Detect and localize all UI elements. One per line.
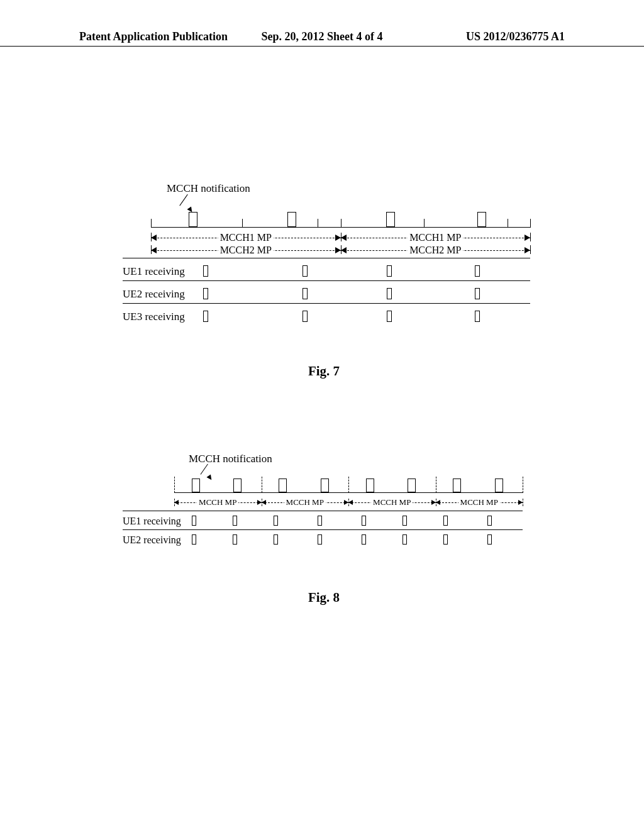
divider [123,258,530,258]
ue2-row: UE2 receiving [123,288,530,301]
arrow-right-icon [525,247,530,253]
header-sheet: Sep. 20, 2012 Sheet 4 of 4 [241,30,402,43]
ue3-label: UE3 receiving [123,311,185,323]
arrow-right-icon [335,235,341,241]
figure-7-caption: Fig. 7 [123,363,525,379]
notification-slot [321,479,329,492]
notification-slot [287,212,296,227]
arrow-left-icon [341,235,347,241]
figure-8-caption: Fig. 8 [123,590,525,606]
arrow-right-icon [518,500,523,505]
ue1-row: UE1 receiving [123,265,530,278]
arrow-left-icon [348,500,353,505]
header-pubnum: US 2012/0236775 A1 [403,30,644,43]
mcch-mp-label: MCCH MP [284,497,326,507]
ue3-row: UE3 receiving [123,311,530,323]
timeline-axis [174,475,523,493]
mcch-mp-label: MCCH MP [197,497,238,507]
ue1-label: UE1 receiving [123,265,185,278]
arrow-right-icon [525,235,530,241]
mcch2-mp-label: MCCH2 MP [218,245,274,256]
divider [123,511,523,511]
divider [123,529,523,530]
ue1-row: UE1 receiving [123,516,523,527]
notification-slot [477,212,486,227]
mcch1-mp-row: MCCH1 MP MCCH1 MP [151,231,530,244]
arrow-left-icon [436,500,440,505]
ue1-label: UE1 receiving [123,516,181,527]
ue2-row: UE2 receiving [123,534,523,546]
notification-slot [453,479,461,492]
arrow-left-icon [262,500,266,505]
notification-slot [192,479,200,492]
mcch1-mp-label: MCCH1 MP [408,232,463,243]
mcch1-mp-label: MCCH1 MP [218,232,274,243]
divider [123,280,530,281]
arrow-left-icon [151,235,157,241]
mcch-mp-label: MCCH MP [458,497,500,507]
notification-slot [366,479,374,492]
notification-slot [279,479,287,492]
mcch-notification-label: MCCH notification [189,453,272,465]
ue2-label: UE2 receiving [123,288,185,301]
arrow-right-icon [257,500,262,505]
arrow-right-icon [344,500,348,505]
mcch-mp-row: MCCH MP MCCH MP MCCH MP MCCH MP [174,497,523,508]
header-publication: Patent Application Publication [0,30,241,43]
arrow-left-icon [174,500,179,505]
arrow-left-icon [341,247,347,253]
mcch-mp-label: MCCH MP [371,497,413,507]
notification-slot [495,479,503,492]
mcch-notification-label: MCCH notification [167,182,250,195]
notification-slot [189,212,197,227]
page-header: Patent Application Publication Sep. 20, … [0,30,644,47]
arrow-right-icon [431,500,436,505]
arrow-left-icon [151,247,157,253]
divider [123,303,530,304]
mcch2-mp-label: MCCH2 MP [408,245,463,256]
mcch2-mp-row: MCCH2 MP MCCH2 MP [151,244,530,257]
notification-slot [233,479,242,492]
notification-slot [386,212,395,227]
ue2-label: UE2 receiving [123,534,181,546]
timeline-axis [151,208,530,228]
arrow-right-icon [335,247,341,253]
notification-slot [408,479,416,492]
